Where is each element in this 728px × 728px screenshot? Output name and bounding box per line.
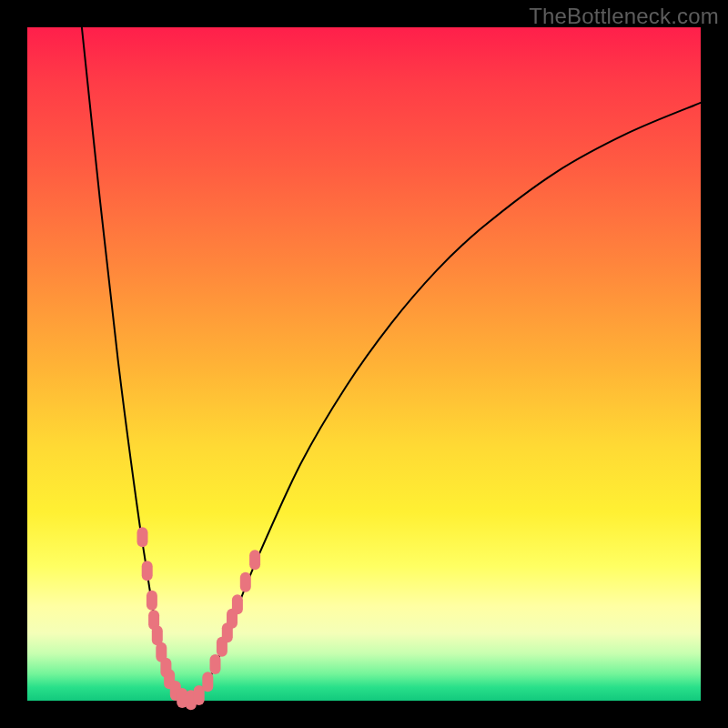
chart-frame: TheBottleneck.com (0, 0, 728, 728)
highlight-marker (210, 654, 221, 674)
curve-group (82, 27, 701, 701)
curve-layer (27, 27, 701, 701)
watermark-text: TheBottleneck.com (529, 4, 719, 29)
highlight-marker (240, 572, 251, 592)
highlight-marker (232, 594, 243, 614)
highlight-marker (202, 672, 213, 692)
plot-area (27, 27, 701, 701)
highlight-marker (249, 550, 260, 570)
highlight-marker (142, 561, 153, 581)
curve-right (197, 103, 701, 697)
highlight-marker (147, 591, 157, 611)
highlight-marker (137, 527, 148, 547)
marker-group (137, 527, 261, 710)
curve-left (82, 27, 182, 701)
